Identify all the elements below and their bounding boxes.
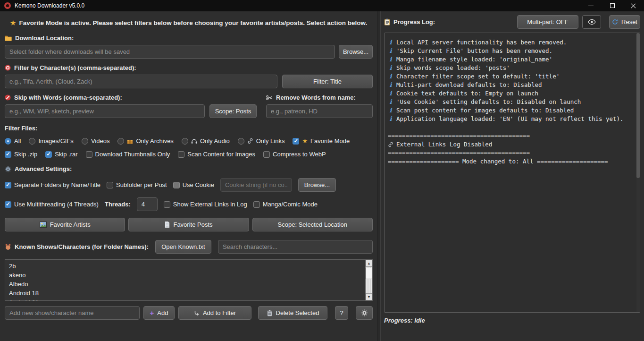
add-character-input[interactable] (5, 306, 140, 320)
gear-icon (5, 166, 11, 172)
panel-splitter[interactable] (377, 11, 381, 341)
restore-button[interactable] (602, 0, 623, 11)
radio-icon (82, 138, 88, 145)
log-scrollbar[interactable] (636, 33, 640, 312)
log-line: i'Use Cookie' setting defaults to: Disab… (388, 98, 636, 106)
checkbox-use-multithreading[interactable]: Use Multithreading (4 Threads) (5, 201, 99, 208)
remove-words-input[interactable] (266, 104, 373, 118)
checkbox-skip-rar[interactable]: Skip .rar (45, 151, 77, 158)
checkbox-subfolder-per-post[interactable]: Subfolder per Post (107, 181, 167, 188)
star-icon: ★ (302, 137, 308, 145)
log-line: iSkip words scope loaded: 'posts' (388, 64, 636, 72)
checkbox-compress-webp[interactable]: Compress to WebP (263, 151, 326, 158)
checkbox-icon (86, 151, 92, 158)
radio-only-links[interactable]: Only Links (238, 137, 285, 145)
reset-button[interactable]: Reset (609, 15, 640, 29)
delete-selected-button[interactable]: Delete Selected (258, 306, 327, 320)
download-location-label: Download Location: (5, 34, 373, 42)
document-icon (165, 222, 170, 228)
log-line: iCookie text defaults to: Empty on launc… (388, 89, 636, 98)
close-button[interactable] (623, 0, 644, 11)
log-line: iScan post content for images defaults t… (388, 106, 636, 115)
mascot-paw-icon (5, 244, 11, 250)
checkbox-favorite-mode[interactable]: ★ Favorite Mode (293, 137, 350, 145)
browse-download-button[interactable]: Browse... (339, 45, 373, 59)
known-characters-label: Known Shows/Characters (for Folder Names… (5, 243, 149, 250)
info-icon: i (388, 106, 393, 115)
radio-videos[interactable]: Videos (82, 137, 110, 145)
scroll-up-icon[interactable]: ▲ (366, 260, 372, 267)
character-filter-scope-button[interactable]: Filter: Title (282, 75, 373, 88)
checkbox-use-cookie[interactable]: Use Cookie (173, 181, 214, 188)
headphones-icon (191, 138, 197, 144)
log-line: iMulti-part download defaults to: Disabl… (388, 81, 636, 89)
favorite-posts-button[interactable]: Favorite Posts (128, 218, 249, 231)
checkbox-icon (5, 201, 11, 208)
radio-all[interactable]: All (5, 137, 21, 145)
list-item[interactable]: Android 21 (9, 298, 365, 300)
radio-icon (182, 138, 188, 145)
checkbox-manga-mode[interactable]: Manga/Comic Mode (253, 201, 318, 208)
add-to-filter-button[interactable]: Add to Filter (178, 306, 251, 320)
checkbox-scan-content[interactable]: Scan Content for Images (178, 151, 255, 158)
file-filter-radios: All Images/GIFs Videos Only Archives Onl… (5, 137, 373, 145)
scissors-icon (266, 95, 273, 101)
character-filter-label: Filter by Character(s) (comma-separated)… (5, 64, 373, 71)
checkbox-download-thumbnails[interactable]: Download Thumbnails Only (86, 151, 170, 158)
character-filter-input[interactable] (5, 75, 277, 88)
radio-only-audio[interactable]: Only Audio (182, 137, 230, 145)
radio-images-gifs[interactable]: Images/GIFs (29, 137, 73, 145)
list-item[interactable]: Albedo (9, 280, 365, 289)
checkbox-icon (263, 151, 270, 158)
checkbox-icon (5, 182, 11, 188)
threads-label: Threads: (105, 201, 131, 208)
list-item[interactable]: Android 18 (9, 289, 365, 298)
scroll-thumb[interactable] (366, 268, 372, 279)
window-controls (580, 0, 644, 11)
info-icon: i (388, 89, 393, 98)
browse-cookie-button[interactable]: Browse... (298, 178, 336, 192)
arrow-down-right-icon (194, 310, 200, 316)
settings-button[interactable] (356, 306, 373, 320)
advanced-settings-label: Advanced Settings: (5, 165, 373, 172)
download-location-input[interactable] (5, 45, 335, 59)
log-line: i'Skip Current File' button has been rem… (388, 47, 636, 55)
search-characters-input[interactable] (218, 240, 373, 254)
eye-icon (588, 19, 596, 25)
list-item[interactable]: 2b (9, 262, 365, 271)
checkbox-separate-folders[interactable]: Separate Folders by Name/Title (5, 181, 100, 188)
checkbox-icon (107, 182, 113, 188)
info-icon: i (388, 38, 393, 47)
threads-input[interactable] (137, 197, 158, 211)
checkbox-icon (173, 182, 180, 188)
radio-only-archives[interactable]: Only Archives (117, 137, 173, 145)
skip-words-input[interactable] (5, 104, 205, 118)
open-known-txt-button[interactable]: Open Known.txt (155, 240, 211, 254)
known-characters-list[interactable]: 2b akeno Albedo Android 18 Android 21 ▲ … (5, 259, 373, 301)
no-entry-icon (5, 94, 11, 101)
scope-selected-location-button[interactable]: Scope: Selected Location (252, 218, 373, 231)
help-button[interactable]: ? (335, 306, 348, 320)
list-scrollbar[interactable]: ▲ ▼ (365, 260, 372, 300)
cookie-string-input[interactable] (220, 178, 292, 192)
progress-log[interactable]: iLocal API server functionality has been… (384, 33, 640, 313)
scroll-down-icon[interactable]: ▼ (366, 293, 372, 300)
checkbox-icon (253, 201, 260, 208)
log-scroll-thumb[interactable] (636, 33, 640, 178)
info-icon: i (388, 55, 393, 64)
favorite-artists-button[interactable]: Favorite Artists (5, 218, 125, 231)
window-title: Kemono Downloader v5.0.0 (15, 2, 84, 9)
checkbox-skip-zip[interactable]: Skip .zip (5, 151, 37, 158)
checkbox-show-external-links[interactable]: Show External Links in Log (164, 201, 247, 208)
radio-icon (29, 138, 35, 145)
list-item[interactable]: akeno (9, 271, 365, 280)
add-button[interactable]: + Add (143, 306, 175, 320)
eye-toggle-button[interactable] (582, 15, 601, 29)
star-icon: ★ (10, 19, 16, 26)
scroll-track[interactable] (366, 267, 372, 293)
multipart-toggle-button[interactable]: Multi-part: OFF (517, 15, 578, 29)
info-icon: i (388, 98, 393, 106)
minimize-button[interactable] (580, 0, 602, 11)
skip-scope-button[interactable]: Scope: Posts (209, 104, 257, 118)
info-icon: i (388, 64, 393, 72)
